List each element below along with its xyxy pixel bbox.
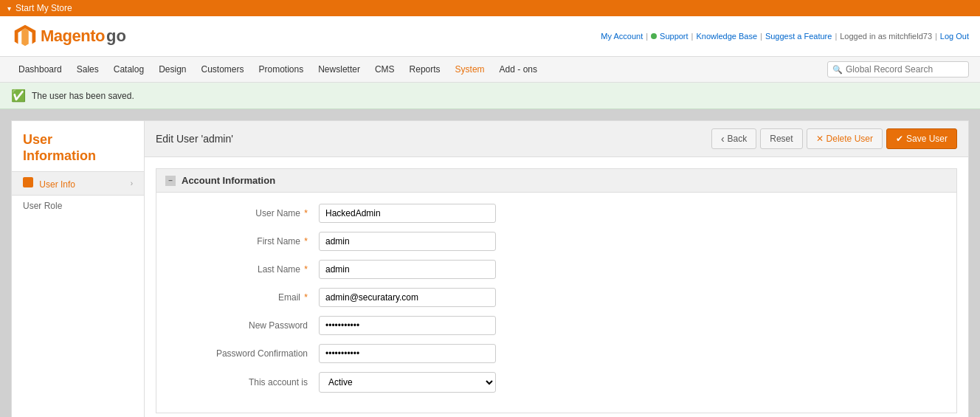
sidebar-title: UserInformation	[12, 128, 144, 171]
sidebar-item-user-role[interactable]: User Role	[12, 196, 144, 216]
support-link[interactable]: Support	[660, 32, 689, 41]
section-toggle-icon[interactable]: –	[165, 176, 176, 186]
delete-icon: ✕	[816, 134, 824, 144]
suggest-feature-link[interactable]: Suggest a Feature	[765, 32, 832, 41]
save-user-button[interactable]: ✔ Save User	[886, 128, 957, 149]
banner-label: Start My Store	[15, 3, 72, 13]
content-actions: Back Reset ✕ Delete User ✔ Save User	[711, 128, 957, 149]
page-title: Edit User 'admin'	[156, 133, 233, 145]
firstname-required: *	[304, 236, 308, 247]
username-required: *	[304, 208, 308, 218]
email-required: *	[304, 292, 308, 303]
save-icon: ✔	[896, 134, 903, 144]
magento-logo-icon	[11, 22, 39, 50]
form-row-firstname: First Name *	[171, 232, 942, 251]
account-status-select[interactable]: Active Inactive	[319, 372, 496, 393]
search-input[interactable]	[846, 64, 964, 75]
user-info-icon	[23, 177, 33, 187]
banner-arrow-icon: ▾	[7, 4, 11, 13]
section-title: Account Information	[182, 175, 275, 186]
search-icon: 🔍	[832, 65, 843, 75]
back-button-label: Back	[728, 134, 748, 144]
nav-dashboard[interactable]: Dashboard	[11, 57, 69, 82]
password-label: New Password	[171, 320, 319, 331]
separator2: |	[691, 32, 694, 41]
lastname-label: Last Name *	[171, 264, 319, 275]
nav-addons[interactable]: Add - ons	[492, 57, 545, 82]
nav-reports[interactable]: Reports	[402, 57, 448, 82]
content-header: Edit User 'admin' Back Reset ✕ Delete Us…	[145, 121, 968, 157]
sidebar-arrow-icon: ›	[131, 179, 133, 187]
nav-system[interactable]: System	[448, 57, 492, 82]
form-row-lastname: Last Name *	[171, 260, 942, 279]
sidebar-item-user-info[interactable]: User Info ›	[12, 171, 144, 196]
content-area: Edit User 'admin' Back Reset ✕ Delete Us…	[144, 120, 969, 417]
form-row-username: User Name *	[171, 204, 942, 223]
separator5: |	[935, 32, 937, 41]
logged-in-as-text: Logged in as mitchfield73	[840, 32, 932, 41]
sidebar-item-icon: User Info	[23, 177, 75, 190]
password-confirm-input[interactable]	[319, 344, 496, 363]
main-wrapper: UserInformation User Info › User Role Ed…	[11, 120, 969, 417]
nav-newsletter[interactable]: Newsletter	[311, 57, 368, 82]
log-out-link[interactable]: Log Out	[940, 32, 969, 41]
nav-promotions[interactable]: Promotions	[252, 57, 311, 82]
header-links: My Account | Support | Knowledge Base | …	[601, 32, 969, 41]
form-row-password-confirm: Password Confirmation	[171, 344, 942, 363]
reset-button-label: Reset	[770, 134, 793, 144]
navbar: Dashboard Sales Catalog Design Customers…	[0, 57, 980, 83]
back-button[interactable]: Back	[711, 128, 756, 149]
account-status-label: This account is	[171, 377, 319, 387]
separator3: |	[760, 32, 762, 41]
username-input[interactable]	[319, 204, 496, 223]
success-icon: ✅	[11, 89, 26, 103]
form-row-email: Email *	[171, 288, 942, 307]
nav-items: Dashboard Sales Catalog Design Customers…	[11, 57, 545, 82]
delete-user-button[interactable]: ✕ Delete User	[807, 128, 883, 149]
nav-sales[interactable]: Sales	[69, 57, 106, 82]
success-message: The user has been saved.	[32, 91, 134, 101]
username-label: User Name *	[171, 208, 319, 218]
search-box: 🔍	[827, 61, 969, 77]
knowledge-base-link[interactable]: Knowledge Base	[696, 32, 757, 41]
form-row-account-status: This account is Active Inactive	[171, 372, 942, 393]
firstname-label: First Name *	[171, 236, 319, 247]
reset-button[interactable]: Reset	[760, 128, 802, 149]
nav-catalog[interactable]: Catalog	[106, 57, 151, 82]
section-header: – Account Information	[156, 169, 956, 193]
save-button-label: Save User	[906, 134, 948, 144]
nav-customers[interactable]: Customers	[193, 57, 251, 82]
lastname-input[interactable]	[319, 260, 496, 279]
email-label: Email *	[171, 292, 319, 303]
separator4: |	[835, 32, 837, 41]
account-information-section: – Account Information User Name * First …	[156, 168, 957, 413]
success-bar: ✅ The user has been saved.	[0, 83, 980, 109]
form-row-password: New Password	[171, 316, 942, 335]
password-confirm-label: Password Confirmation	[171, 348, 319, 359]
sidebar-user-info-label: User Info	[39, 179, 75, 190]
password-input[interactable]	[319, 316, 496, 335]
logo-go-text: go	[106, 27, 126, 46]
nav-cms[interactable]: CMS	[368, 57, 402, 82]
logo: Magento go	[11, 22, 126, 50]
delete-button-label: Delete User	[827, 134, 873, 144]
firstname-input[interactable]	[319, 232, 496, 251]
logo-magento-text: Magento	[41, 27, 105, 46]
top-banner: ▾ Start My Store	[0, 0, 980, 16]
sidebar: UserInformation User Info › User Role	[11, 120, 144, 417]
nav-design[interactable]: Design	[151, 57, 193, 82]
support-status-dot	[651, 33, 657, 39]
my-account-link[interactable]: My Account	[601, 32, 643, 41]
header: Magento go My Account | Support | Knowle…	[0, 16, 980, 57]
separator1: |	[646, 32, 648, 41]
form-body: User Name * First Name * Last Name *	[156, 193, 956, 413]
lastname-required: *	[304, 264, 308, 275]
email-input[interactable]	[319, 288, 496, 307]
